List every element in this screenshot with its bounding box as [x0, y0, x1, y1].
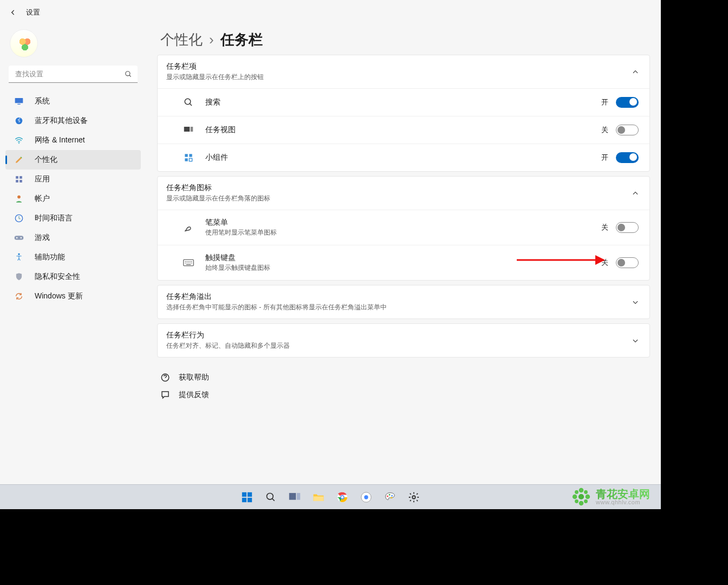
chevron-down-icon [631, 336, 640, 345]
row-label: 小组件 [205, 153, 228, 162]
svg-point-12 [16, 237, 18, 239]
taskbar-chrome-button[interactable] [332, 487, 353, 508]
card-subtitle: 显示或隐藏显示在任务栏上的按钮 [166, 73, 264, 82]
card-subtitle: 任务栏对齐、标记、自动隐藏和多个显示器 [166, 341, 290, 350]
svg-rect-6 [20, 176, 22, 179]
svg-point-0 [126, 72, 130, 76]
toggle-touch-keyboard[interactable] [616, 257, 639, 268]
help-label: 获取帮助 [179, 373, 209, 382]
svg-rect-18 [185, 154, 187, 157]
row-widgets: 小组件 开 [158, 144, 649, 171]
sidebar-item-label: Windows 更新 [35, 291, 83, 301]
apps-icon [14, 174, 24, 184]
window-header: 设置 [0, 0, 661, 24]
row-label: 触摸键盘 [205, 253, 270, 263]
breadcrumb: 个性化 › 任务栏 [157, 24, 650, 55]
back-button[interactable] [8, 7, 18, 18]
svg-rect-31 [289, 493, 296, 500]
toggle-state: 关 [601, 258, 608, 268]
row-label: 笔菜单 [205, 218, 277, 227]
taskview-icon [183, 124, 194, 136]
svg-rect-27 [248, 492, 252, 496]
chevron-down-icon [631, 298, 640, 307]
sidebar-item-accessibility[interactable]: 辅助功能 [5, 248, 141, 267]
widgets-icon [183, 152, 194, 164]
taskbar-taskview-button[interactable] [284, 487, 305, 508]
chevron-right-icon: › [209, 31, 214, 48]
search-input[interactable] [9, 66, 138, 83]
start-button[interactable] [237, 487, 257, 508]
wifi-icon [14, 135, 24, 145]
sidebar-item-privacy[interactable]: 隐私和安全性 [5, 267, 141, 287]
toggle-state: 开 [601, 153, 608, 162]
sidebar-item-personalization[interactable]: 个性化 [5, 150, 141, 170]
help-icon [160, 373, 170, 382]
svg-point-41 [391, 495, 393, 496]
sidebar-item-accounts[interactable]: 帐户 [5, 189, 141, 209]
card-header-behavior[interactable]: 任务栏行为 任务栏对齐、标记、自动隐藏和多个显示器 [158, 324, 649, 357]
toggle-pen[interactable] [616, 222, 639, 233]
card-taskbar-items: 任务栏项 显示或隐藏显示在任务栏上的按钮 搜索 开 [157, 55, 650, 172]
card-header-overflow[interactable]: 任务栏角溢出 选择任务栏角中可能显示的图标 - 所有其他图标将显示在任务栏角溢出… [158, 285, 649, 318]
toggle-taskview[interactable] [616, 125, 639, 135]
taskbar-settings-button[interactable] [404, 487, 424, 508]
search-icon [183, 96, 194, 108]
footer-links: 获取帮助 提供反馈 [157, 373, 650, 400]
card-overflow: 任务栏角溢出 选择任务栏角中可能显示的图标 - 所有其他图标将显示在任务栏角溢出… [157, 285, 650, 319]
chevron-up-icon [631, 189, 640, 198]
sidebar-item-network[interactable]: 网络 & Internet [5, 131, 141, 150]
taskbar [0, 484, 661, 509]
breadcrumb-current: 任务栏 [220, 30, 263, 49]
row-touch-keyboard: 触摸键盘 始终显示触摸键盘图标 关 [158, 245, 649, 280]
card-title: 任务栏行为 [166, 330, 290, 340]
sidebar-item-update[interactable]: Windows 更新 [5, 287, 141, 306]
sidebar-item-time[interactable]: 时间和语言 [5, 209, 141, 228]
sidebar-item-label: 辅助功能 [35, 252, 65, 262]
sidebar: 系统 蓝牙和其他设备 网络 & Internet 个性化 应用 [0, 24, 146, 509]
card-header-corner-icons[interactable]: 任务栏角图标 显示或隐藏显示在任务栏角落的图标 [158, 177, 649, 210]
svg-rect-28 [242, 497, 246, 502]
update-icon [14, 291, 24, 301]
svg-rect-5 [16, 176, 18, 179]
svg-rect-17 [191, 127, 193, 132]
sidebar-item-label: 时间和语言 [35, 213, 73, 223]
paint-icon [14, 155, 24, 165]
toggle-state: 关 [601, 223, 608, 232]
taskbar-search-button[interactable] [261, 487, 281, 508]
help-link[interactable]: 获取帮助 [160, 373, 650, 382]
toggle-state: 关 [601, 125, 608, 135]
svg-rect-19 [189, 154, 192, 157]
row-subtitle: 始终显示触摸键盘图标 [205, 263, 270, 272]
toggle-widgets[interactable] [616, 152, 639, 163]
search-icon[interactable] [123, 69, 133, 79]
taskbar-chrome2-button[interactable] [356, 487, 376, 508]
avatar [10, 29, 38, 57]
taskbar-explorer-button[interactable] [308, 487, 329, 508]
sidebar-item-apps[interactable]: 应用 [5, 170, 141, 189]
pen-icon [183, 222, 194, 233]
card-header-taskbar-items[interactable]: 任务栏项 显示或隐藏显示在任务栏上的按钮 [158, 55, 649, 88]
svg-point-9 [17, 196, 21, 199]
sidebar-item-system[interactable]: 系统 [5, 92, 141, 111]
svg-point-13 [21, 237, 22, 239]
profile-row[interactable] [3, 24, 143, 62]
taskbar-paint-button[interactable] [380, 487, 400, 508]
svg-rect-29 [248, 497, 252, 502]
feedback-label: 提供反馈 [179, 390, 209, 400]
nav: 系统 蓝牙和其他设备 网络 & Internet 个性化 应用 [3, 92, 143, 306]
sidebar-item-gaming[interactable]: 游戏 [5, 228, 141, 248]
user-icon [14, 194, 24, 204]
clock-icon [14, 213, 24, 223]
toggle-search[interactable] [616, 97, 639, 108]
svg-rect-20 [185, 158, 187, 161]
svg-point-40 [389, 494, 391, 496]
feedback-link[interactable]: 提供反馈 [160, 390, 650, 400]
svg-point-14 [18, 253, 20, 255]
svg-point-39 [387, 495, 388, 497]
sidebar-item-bluetooth[interactable]: 蓝牙和其他设备 [5, 111, 141, 131]
app-title: 设置 [26, 8, 40, 17]
svg-rect-8 [20, 180, 22, 183]
svg-point-36 [341, 496, 344, 498]
toggle-state: 开 [601, 98, 608, 107]
breadcrumb-parent[interactable]: 个性化 [160, 30, 203, 49]
